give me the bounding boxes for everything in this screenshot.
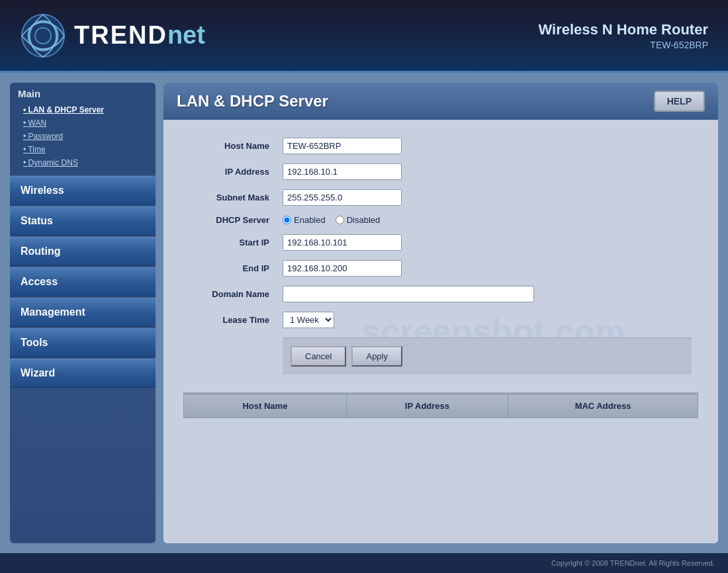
lease-time-select[interactable]: 1 Week 1 Day 1 Hour Infinite bbox=[283, 312, 334, 328]
dhcp-enabled-radio[interactable] bbox=[283, 216, 291, 224]
sidebar-item-password[interactable]: • Password bbox=[18, 130, 148, 143]
content-header: LAN & DHCP Server HELP bbox=[163, 83, 718, 120]
sidebar-main-section: Main • LAN & DHCP Server • WAN • Passwor… bbox=[10, 83, 156, 175]
start-ip-label: Start IP bbox=[183, 230, 276, 255]
dhcp-disabled-label[interactable]: Disabled bbox=[336, 215, 381, 225]
dhcp-table-section: Host Name IP Address MAC Address bbox=[183, 392, 698, 418]
cancel-button[interactable]: Cancel bbox=[291, 346, 346, 367]
trendnet-logo-icon bbox=[20, 13, 66, 59]
buttons-row: Cancel Apply bbox=[183, 333, 698, 379]
subnet-mask-input[interactable] bbox=[283, 189, 402, 206]
host-name-input[interactable] bbox=[283, 138, 402, 154]
col-mac-address: MAC Address bbox=[508, 394, 698, 418]
ip-address-label: IP Address bbox=[183, 159, 276, 185]
end-ip-row: End IP bbox=[183, 255, 698, 281]
sidebar-item-time[interactable]: • Time bbox=[18, 143, 148, 156]
apply-button[interactable]: Apply bbox=[351, 346, 402, 367]
main-layout: Main • LAN & DHCP Server • WAN • Passwor… bbox=[0, 73, 728, 553]
sidebar-btn-access[interactable]: Access bbox=[10, 267, 156, 296]
copyright-text: Copyright © 2008 TRENDnet. All Rights Re… bbox=[551, 559, 715, 567]
dhcp-enabled-label[interactable]: Enabled bbox=[283, 215, 326, 225]
footer: Copyright © 2008 TRENDnet. All Rights Re… bbox=[0, 553, 728, 573]
sidebar-item-wan[interactable]: • WAN bbox=[18, 116, 148, 130]
domain-name-row: Domain Name bbox=[183, 281, 698, 307]
dhcp-server-label: DHCP Server bbox=[183, 210, 276, 230]
start-ip-input[interactable] bbox=[283, 234, 402, 251]
button-row: Cancel Apply bbox=[283, 337, 692, 375]
header: TRENDnet Wireless N Home Router TEW-652B… bbox=[0, 0, 728, 73]
sidebar-btn-management[interactable]: Management bbox=[10, 298, 156, 327]
start-ip-row: Start IP bbox=[183, 230, 698, 255]
end-ip-input[interactable] bbox=[283, 260, 402, 277]
content-body: screenshot.com Host Name IP Address Subn… bbox=[163, 120, 718, 543]
subnet-mask-row: Subnet Mask bbox=[183, 185, 698, 210]
lease-time-label: Lease Time bbox=[183, 307, 276, 333]
end-ip-label: End IP bbox=[183, 255, 276, 281]
sidebar-item-dynamic-dns[interactable]: • Dynamic DNS bbox=[18, 156, 148, 169]
col-ip-address: IP Address bbox=[346, 394, 508, 418]
ip-address-row: IP Address bbox=[183, 159, 698, 185]
sidebar-btn-status[interactable]: Status bbox=[10, 206, 156, 236]
dhcp-radio-group: Enabled Disabled bbox=[283, 215, 692, 225]
product-name: Wireless N Home Router bbox=[538, 21, 708, 38]
sidebar-item-lan-dhcp[interactable]: • LAN & DHCP Server bbox=[18, 103, 148, 116]
sidebar-btn-tools[interactable]: Tools bbox=[10, 328, 156, 357]
content-area: LAN & DHCP Server HELP screenshot.com Ho… bbox=[163, 83, 718, 543]
dhcp-disabled-radio[interactable] bbox=[336, 216, 344, 224]
lease-time-row: Lease Time 1 Week 1 Day 1 Hour Infinite bbox=[183, 307, 698, 333]
sidebar: Main • LAN & DHCP Server • WAN • Passwor… bbox=[10, 83, 156, 543]
sidebar-btn-routing[interactable]: Routing bbox=[10, 237, 156, 266]
sidebar-btn-wireless[interactable]: Wireless bbox=[10, 176, 156, 205]
dhcp-server-row: DHCP Server Enabled Disabled bbox=[183, 210, 698, 230]
dhcp-clients-table: Host Name IP Address MAC Address bbox=[183, 394, 698, 418]
domain-name-input[interactable] bbox=[283, 286, 534, 302]
logo-area: TRENDnet bbox=[20, 13, 205, 59]
product-model: TEW-652BRP bbox=[538, 40, 708, 50]
subnet-mask-label: Subnet Mask bbox=[183, 185, 276, 210]
product-info: Wireless N Home Router TEW-652BRP bbox=[538, 21, 708, 50]
ip-address-input[interactable] bbox=[283, 163, 402, 180]
host-name-label: Host Name bbox=[183, 133, 276, 159]
domain-name-label: Domain Name bbox=[183, 281, 276, 307]
form-table: Host Name IP Address Subnet Mask bbox=[183, 133, 698, 379]
page-title: LAN & DHCP Server bbox=[177, 92, 328, 110]
sidebar-main-label: Main bbox=[18, 88, 148, 99]
logo-text: TRENDnet bbox=[74, 21, 205, 50]
help-button[interactable]: HELP bbox=[654, 91, 705, 112]
host-name-row: Host Name bbox=[183, 133, 698, 159]
sidebar-btn-wizard[interactable]: Wizard bbox=[10, 359, 156, 388]
col-host-name: Host Name bbox=[184, 394, 347, 418]
